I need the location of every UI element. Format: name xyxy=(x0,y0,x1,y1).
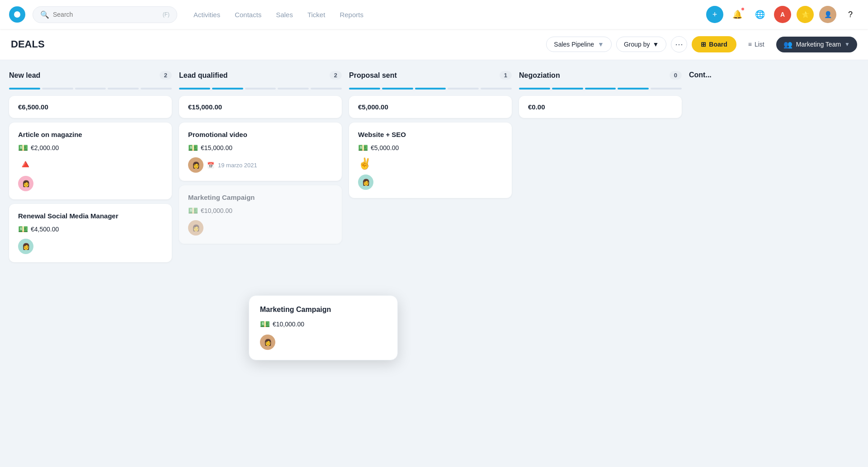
explore-icon: 🌐 xyxy=(755,9,765,19)
column-contatti-partial: Cont... xyxy=(689,69,734,459)
user-avatar-red[interactable]: A xyxy=(774,6,791,23)
progress-seg-4 xyxy=(108,88,139,90)
add-button[interactable]: + xyxy=(706,6,723,23)
floating-amount-value: €10,000.00 xyxy=(273,321,304,328)
pipeline-chevron-icon: ▼ xyxy=(598,41,604,48)
amount-value-marketing-ghost: €10,000.00 xyxy=(201,207,232,214)
team-selector[interactable]: 👥 Marketing Team ▼ xyxy=(776,37,857,52)
more-options-button[interactable]: ⋯ xyxy=(671,36,687,52)
page-header: DEALS Sales Pipeline ▼ Group by ▼ ⋯ ⊞ Bo… xyxy=(0,29,868,60)
avatar-marketing-ghost: 👩 xyxy=(188,220,203,236)
money-icon-4: 💵 xyxy=(188,206,198,216)
p-seg-5 xyxy=(481,88,512,90)
progress-bar-proposal xyxy=(349,88,512,90)
column-new-lead: New lead 2 €6,500.00 Article on magazine… xyxy=(9,69,172,459)
floating-avatar-face: 👩 xyxy=(264,339,272,346)
deal-card-renewal[interactable]: Renewal Social Media Manager 💵 €4,500.00… xyxy=(9,204,172,262)
nav-sales[interactable]: Sales xyxy=(276,11,293,19)
column-count-new-lead: 2 xyxy=(160,71,172,80)
nav-activities[interactable]: Activities xyxy=(193,11,220,19)
avatar-face-promo: 👩 xyxy=(192,161,200,169)
search-bar[interactable]: 🔍 (F) xyxy=(33,6,177,23)
app-logo[interactable] xyxy=(9,6,25,23)
avatar-website: 👩 xyxy=(358,175,373,190)
column-count-qualified: 2 xyxy=(330,71,342,80)
total-card-qualified: €15,000.00 xyxy=(179,96,342,118)
explore-button[interactable]: 🌐 xyxy=(751,6,769,23)
triangle-tag: 🔺 xyxy=(18,157,163,171)
list-view-button[interactable]: ≡ List xyxy=(741,36,772,52)
floating-deal-card[interactable]: Marketing Campaign 💵 €10,000.00 👩 xyxy=(249,295,398,360)
q-seg-1 xyxy=(179,88,210,90)
deal-title-article: Article on magazine xyxy=(18,131,163,138)
search-icon: 🔍 xyxy=(40,10,49,19)
board-container: New lead 2 €6,500.00 Article on magazine… xyxy=(0,60,868,467)
deal-card-marketing-ghost[interactable]: Marketing Campaign 💵 €10,000.00 👩 xyxy=(179,185,342,244)
deal-title-promo: Promotional video xyxy=(188,131,333,138)
avatar-face-marketing-ghost: 👩 xyxy=(192,224,200,231)
user-avatar-main[interactable]: 👤 xyxy=(819,6,836,23)
floating-avatar: 👩 xyxy=(260,335,275,350)
nav-reports[interactable]: Reports xyxy=(340,11,363,19)
floating-deal-amount: 💵 €10,000.00 xyxy=(260,319,387,329)
bell-icon: 🔔 xyxy=(732,9,742,19)
progress-seg-5 xyxy=(141,88,172,90)
column-title-negoziation: Negoziation xyxy=(519,71,560,80)
money-icon-5: 💵 xyxy=(358,143,368,153)
progress-seg-1 xyxy=(9,88,40,90)
column-title-proposal: Proposal sent xyxy=(349,71,397,80)
groupby-chevron-icon: ▼ xyxy=(652,41,659,48)
user-avatar-star[interactable]: ⭐ xyxy=(797,6,814,23)
list-label: List xyxy=(755,41,764,48)
search-shortcut: (F) xyxy=(163,11,170,18)
pipeline-dropdown[interactable]: Sales Pipeline ▼ xyxy=(546,37,612,52)
notification-button[interactable]: 🔔 xyxy=(729,6,746,23)
p-seg-2 xyxy=(382,88,413,90)
header-controls: Sales Pipeline ▼ Group by ▼ ⋯ ⊞ Board ≡ … xyxy=(546,36,857,52)
total-card-negoziation: €0.00 xyxy=(519,96,682,118)
deal-card-article[interactable]: Article on magazine 💵 €2,000.00 🔺 👩 xyxy=(9,123,172,199)
deal-title-renewal: Renewal Social Media Manager xyxy=(18,212,163,220)
groupby-button[interactable]: Group by ▼ xyxy=(616,37,666,52)
deal-card-promo[interactable]: Promotional video 💵 €15,000.00 👩 📅 19 ma… xyxy=(179,123,342,181)
board-view-button[interactable]: ⊞ Board xyxy=(692,36,736,52)
n-seg-2 xyxy=(552,88,583,90)
deal-title-marketing-ghost: Marketing Campaign xyxy=(188,193,333,201)
floating-money-icon: 💵 xyxy=(260,319,270,329)
n-seg-4 xyxy=(618,88,649,90)
money-icon-3: 💵 xyxy=(188,143,198,153)
nav-ticket[interactable]: Ticket xyxy=(307,11,325,19)
nav-links: Activities Contacts Sales Ticket Reports xyxy=(193,11,363,19)
amount-value-promo: €15,000.00 xyxy=(201,144,232,151)
calendar-icon: 📅 xyxy=(207,162,214,169)
progress-bar-qualified xyxy=(179,88,342,90)
column-header-qualified: Lead qualified 2 xyxy=(179,69,342,83)
board-label: Board xyxy=(709,41,727,48)
deal-amount-website: 💵 €5,000.00 xyxy=(358,143,503,153)
team-chevron-icon: ▼ xyxy=(844,41,850,47)
money-icon-2: 💵 xyxy=(18,224,28,234)
deal-card-website[interactable]: Website + SEO 💵 €5,000.00 ✌️ 👩 xyxy=(349,123,512,198)
column-header-proposal: Proposal sent 1 xyxy=(349,69,512,83)
search-input[interactable] xyxy=(53,11,159,18)
more-icon: ⋯ xyxy=(675,39,683,49)
avatar-face-article: 👩 xyxy=(22,180,30,187)
deal-title-website: Website + SEO xyxy=(358,131,503,138)
q-seg-2 xyxy=(212,88,243,90)
p-seg-1 xyxy=(349,88,380,90)
team-label: Marketing Team xyxy=(796,41,841,48)
total-card-new-lead: €6,500.00 xyxy=(9,96,172,118)
amount-value-renewal: €4,500.00 xyxy=(31,226,59,233)
team-icon: 👥 xyxy=(783,40,793,49)
deal-date-promo: 19 marzo 2021 xyxy=(218,162,257,169)
amount-value-article: €2,000.00 xyxy=(31,144,59,151)
avatar-promo: 👩 xyxy=(188,157,203,173)
progress-seg-2 xyxy=(42,88,73,90)
column-count-proposal: 1 xyxy=(500,71,512,80)
nav-contacts[interactable]: Contacts xyxy=(235,11,261,19)
deal-amount-article: 💵 €2,000.00 xyxy=(18,143,163,153)
floating-deal-title: Marketing Campaign xyxy=(260,306,387,314)
help-button[interactable]: ? xyxy=(842,6,859,23)
q-seg-3 xyxy=(245,88,276,90)
page-title: DEALS xyxy=(11,38,45,50)
